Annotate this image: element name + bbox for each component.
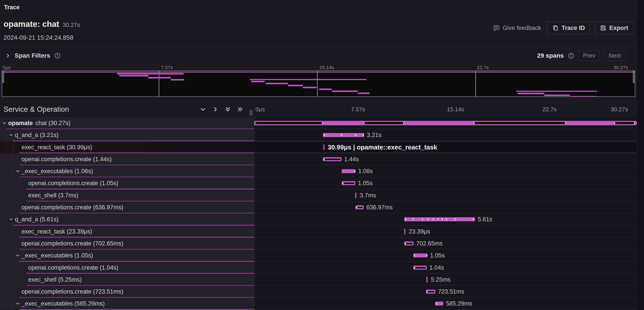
span-bar[interactable]: [323, 133, 364, 137]
scrollbar-gutter[interactable]: [637, 0, 644, 310]
trace-view-page: Trace opamate: chat 30.27s 2024-09-21 15…: [0, 0, 644, 310]
span-track-cell[interactable]: 1.05s: [254, 250, 637, 262]
export-button[interactable]: Export: [595, 22, 633, 34]
chevron-right-icon[interactable]: [212, 106, 219, 113]
span-name-cell[interactable]: openai.completions.create (1.04s): [0, 262, 254, 274]
span-track-cell[interactable]: 3.21s: [254, 129, 637, 141]
span-duration-label: 5.25ms: [431, 274, 450, 286]
span-track-cell[interactable]: 5.61s: [254, 213, 637, 225]
span-name-cell[interactable]: opamatechat (30.27s): [0, 117, 254, 129]
span-name-cell[interactable]: _exec_executables (585.29ms): [0, 298, 254, 310]
span-bar[interactable]: [356, 205, 364, 209]
span-bar-tick[interactable]: [404, 228, 406, 234]
span-track-cell[interactable]: 1.06s: [254, 165, 637, 177]
span-track-cell[interactable]: 585.29ms: [254, 298, 637, 310]
span-bar[interactable]: [413, 266, 427, 270]
span-name-cell[interactable]: exec_shell (5.25ms): [0, 274, 254, 286]
span-row[interactable]: exec_shell (3.7ms)3.7ms: [0, 189, 637, 201]
span-bar-tick[interactable]: [426, 277, 428, 282]
minimap-span-bar: [266, 83, 288, 84]
span-row[interactable]: q_and_a (3.21s)3.21s: [0, 129, 637, 141]
span-name-label: exec_react_task (30.99μs): [22, 141, 92, 153]
span-row[interactable]: openai.completions.create (1.05s)1.05s: [0, 177, 637, 189]
span-track-cell[interactable]: 30.99μs | opamate::exec_react_task: [254, 141, 637, 153]
double-chevron-right-icon[interactable]: [236, 106, 244, 113]
span-track-cell[interactable]: 636.97ms: [254, 201, 637, 213]
chevron-down-icon[interactable]: [15, 253, 20, 258]
next-span-button[interactable]: Next: [604, 50, 626, 61]
minimap-tick-label: 15.14s: [319, 65, 334, 70]
span-name-cell[interactable]: _exec_executables (1.05s): [0, 250, 254, 262]
span-row[interactable]: openai.completions.create (702.65ms)702.…: [0, 238, 637, 250]
prev-span-button[interactable]: Prev: [578, 50, 600, 61]
span-name-cell[interactable]: openai.completions.create (723.51ms): [0, 286, 254, 298]
span-track-cell[interactable]: 5.25ms: [254, 274, 637, 286]
span-row[interactable]: openai.completions.create (723.51ms)723.…: [0, 286, 637, 298]
span-bar[interactable]: [323, 157, 342, 161]
double-chevron-down-icon[interactable]: [224, 106, 232, 113]
span-bar-root[interactable]: [254, 121, 637, 125]
span-name-cell[interactable]: openai.completions.create (1.44s): [0, 153, 254, 165]
span-bar[interactable]: [426, 290, 435, 294]
span-track-cell[interactable]: 1.04s: [254, 262, 637, 274]
column-resize-handle[interactable]: [250, 110, 252, 116]
span-track-cell[interactable]: 1.44s: [254, 153, 637, 165]
span-bar[interactable]: [404, 242, 414, 246]
minimap-span-bar: [3, 72, 635, 72]
give-feedback-button[interactable]: Give feedback: [492, 24, 542, 32]
span-bar-tick[interactable]: [323, 144, 324, 150]
span-name-cell[interactable]: openai.completions.create (702.65ms): [0, 238, 254, 250]
span-track-cell[interactable]: 1.05s: [254, 177, 637, 189]
span-track-cell[interactable]: [254, 117, 637, 129]
span-name-cell[interactable]: exec_react_task (23.39μs): [0, 226, 254, 238]
chevron-down-icon[interactable]: [9, 132, 14, 138]
info-circle-icon[interactable]: [568, 52, 574, 59]
span-bar[interactable]: [342, 181, 355, 185]
span-track-cell[interactable]: 723.51ms: [254, 286, 637, 298]
span-row[interactable]: _exec_executables (1.06s)1.06s: [0, 165, 637, 177]
span-duration-label: 5.61s: [478, 213, 492, 225]
minimap-gridline: [317, 71, 318, 96]
trace-title: opamate: chat: [4, 20, 59, 29]
span-bar-tick[interactable]: [355, 192, 356, 198]
minimap-right-handle[interactable]: [633, 71, 635, 83]
span-row[interactable]: q_and_a (5.61s)5.61s: [0, 213, 637, 225]
trace-id-button[interactable]: Trace ID: [547, 22, 590, 34]
chevron-down-icon[interactable]: [2, 121, 7, 126]
span-row[interactable]: openai.completions.create (1.04s)1.04s: [0, 262, 637, 274]
span-name-cell[interactable]: exec_react_task (30.99μs): [0, 141, 254, 153]
span-row[interactable]: _exec_executables (1.05s)1.05s: [0, 250, 637, 262]
trace-minimap[interactable]: [2, 70, 635, 97]
indent-guide: [6, 201, 6, 213]
span-bar[interactable]: [404, 217, 475, 221]
span-name-cell[interactable]: q_and_a (5.61s): [0, 213, 254, 225]
span-row[interactable]: _exec_executables (585.29ms)585.29ms: [0, 298, 637, 310]
span-bar[interactable]: [413, 254, 427, 258]
info-circle-icon[interactable]: [54, 52, 61, 59]
indent-guide: [6, 141, 6, 153]
span-row[interactable]: opamatechat (30.27s): [0, 117, 637, 129]
chevron-down-icon[interactable]: [9, 217, 14, 222]
span-filters-toggle[interactable]: Span Filters: [5, 52, 61, 59]
span-track-cell[interactable]: 3.7ms: [254, 189, 637, 201]
span-name-cell[interactable]: openai.completions.create (636.97ms): [0, 201, 254, 213]
span-name-cell[interactable]: exec_shell (3.7ms): [0, 189, 254, 201]
indent-guide: [13, 189, 13, 201]
span-row[interactable]: exec_react_task (30.99μs)30.99μs | opama…: [0, 141, 637, 153]
span-name-label: _exec_executables (585.29ms): [22, 298, 105, 310]
span-bar[interactable]: [435, 302, 443, 306]
span-bar[interactable]: [342, 169, 356, 173]
span-row[interactable]: openai.completions.create (636.97ms)636.…: [0, 201, 637, 213]
span-name-cell[interactable]: _exec_executables (1.06s): [0, 165, 254, 177]
span-name-cell[interactable]: openai.completions.create (1.05s): [0, 177, 254, 189]
chevron-down-icon[interactable]: [15, 169, 20, 174]
span-track-cell[interactable]: 702.65ms: [254, 238, 637, 250]
span-row[interactable]: exec_shell (5.25ms)5.25ms: [0, 274, 637, 286]
span-track-cell[interactable]: 23.39μs: [254, 226, 637, 238]
span-row[interactable]: openai.completions.create (1.44s)1.44s: [0, 153, 637, 165]
chevron-down-icon[interactable]: [199, 106, 207, 113]
span-row[interactable]: exec_react_task (23.39μs)23.39μs: [0, 226, 637, 238]
span-name-cell[interactable]: q_and_a (3.21s): [0, 129, 254, 141]
minimap-left-handle[interactable]: [2, 71, 4, 83]
chevron-down-icon[interactable]: [15, 301, 20, 306]
